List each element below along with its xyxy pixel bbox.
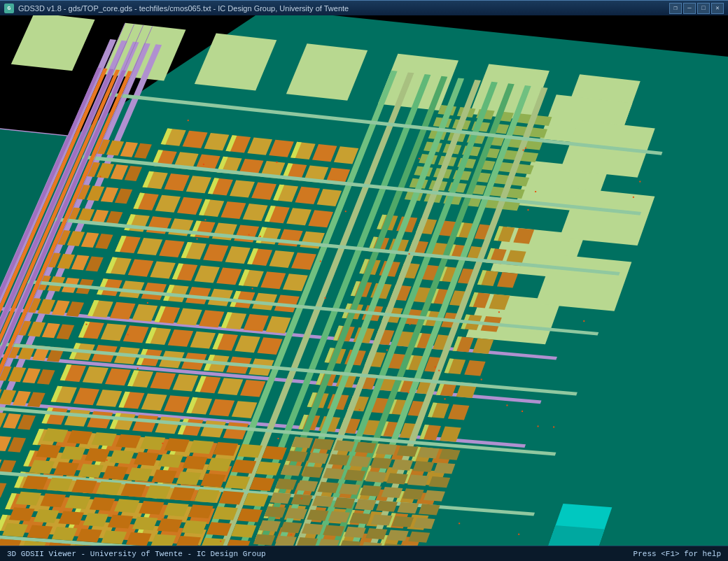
maximize-button[interactable]: □ [697, 3, 710, 14]
title-bar-left: G GDS3D v1.8 - gds/TOP_core.gds - techfi… [4, 3, 349, 13]
chip-canvas[interactable] [0, 15, 728, 546]
status-left-text: 3D GDSII Viewer - University of Twente -… [7, 550, 266, 558]
status-right-text: Press <F1> for help [634, 550, 721, 558]
window-title: GDS3D v1.8 - gds/TOP_core.gds - techfile… [18, 4, 349, 13]
status-bar: 3D GDSII Viewer - University of Twente -… [0, 546, 728, 561]
viewport[interactable] [0, 15, 728, 546]
app-icon: G [4, 3, 14, 13]
restore-button[interactable]: ❐ [669, 3, 682, 14]
window-controls: ❐ — □ ✕ [669, 3, 724, 14]
title-bar: G GDS3D v1.8 - gds/TOP_core.gds - techfi… [0, 0, 728, 15]
close-button[interactable]: ✕ [711, 3, 724, 14]
minimize-button[interactable]: — [683, 3, 696, 14]
